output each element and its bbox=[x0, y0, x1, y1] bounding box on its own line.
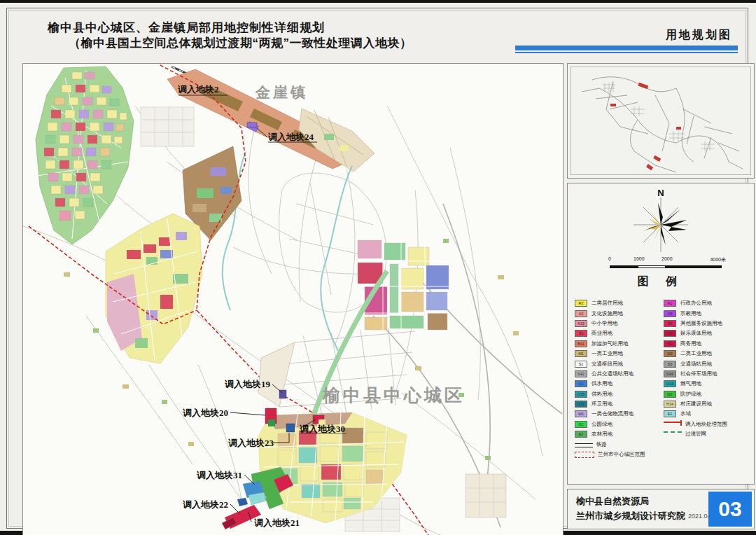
legend-item: U13燃气用地 bbox=[664, 379, 751, 389]
legend-item-label: 农林用地 bbox=[592, 431, 612, 438]
red-line-symbol bbox=[664, 422, 682, 430]
legend-swatch: B9 bbox=[664, 320, 676, 327]
legend-item-label: 供热用地 bbox=[592, 391, 612, 398]
legend-swatch: U22 bbox=[575, 401, 587, 408]
legend-swatch: B2 bbox=[664, 340, 676, 347]
legend-item-label: 商务用地 bbox=[680, 340, 701, 347]
legend-item: S3交通场站用地 bbox=[664, 359, 751, 368]
legend-item: B41加油加气站用地 bbox=[575, 339, 662, 349]
legend-item-label: 其他服务设施用地 bbox=[680, 320, 722, 327]
org-name-2: 兰州市城乡规划设计研究院 bbox=[576, 510, 685, 522]
page-title-line1: 榆中县中心城区、金崖镇局部用地控制性详细规划 bbox=[48, 20, 325, 36]
legend-item: A1行政办公用地 bbox=[664, 298, 751, 308]
legend-swatch: B41 bbox=[575, 340, 587, 347]
scale-bar-line bbox=[610, 265, 722, 268]
scale-bar: 0 1000 2000 4000米 bbox=[610, 256, 722, 272]
legend-item-label: 一类工业用地 bbox=[592, 350, 623, 357]
sheet: 榆中县中心城区、金崖镇局部用地控制性详细规划 （榆中县国土空间总体规划过渡期“两… bbox=[0, 0, 756, 535]
scale-tick-3: 4000米 bbox=[710, 256, 726, 263]
green-dash-symbol bbox=[664, 431, 682, 440]
legend-item-label: 加油加气站用地 bbox=[592, 340, 629, 347]
legend-item-label: 水域 bbox=[680, 410, 691, 417]
legend-item-label: 公园绿地 bbox=[592, 421, 612, 428]
legend-panel: N bbox=[567, 183, 755, 485]
title-block: 榆中县自然资源局 兰州市城乡规划设计研究院 2021.04 03 bbox=[567, 489, 755, 529]
legend-item-label: 社会停车场用地 bbox=[680, 370, 718, 377]
legend-swatch: G2 bbox=[664, 391, 676, 398]
plot2-label: 调入地块2 bbox=[177, 84, 219, 95]
boundary-symbol bbox=[575, 452, 594, 458]
legend-swatch: M1 bbox=[575, 350, 587, 357]
legend-swatch: U1 bbox=[575, 380, 587, 387]
legend-swatch: A1 bbox=[664, 300, 676, 307]
plot21-label: 调入地块21 bbox=[253, 517, 300, 528]
scale-bar-segment bbox=[638, 265, 666, 268]
legend-swatch: A2 bbox=[575, 310, 587, 317]
jinya-town-label: 金崖镇 bbox=[255, 84, 308, 101]
legend-swatch: B3 bbox=[664, 330, 676, 337]
legend-swatch: S1 bbox=[575, 361, 587, 368]
legend-swatch: U15 bbox=[575, 391, 587, 398]
scale-tick-0: 0 bbox=[608, 256, 611, 261]
legend-item-label: 防护绿地 bbox=[680, 391, 701, 398]
legend-item: W1一类仓储物流用地 bbox=[575, 409, 662, 419]
legend-swatch: S42 bbox=[575, 370, 587, 377]
central-city-label: 榆中县中心城区 bbox=[322, 386, 465, 405]
plot30-label: 调入地块30 bbox=[299, 424, 345, 434]
legend-item: B2商务用地 bbox=[664, 339, 751, 349]
legend-item: B1商业用地 bbox=[575, 328, 662, 338]
legend-swatch: E2 bbox=[575, 431, 587, 438]
org-name-1: 榆中县自然资源局 bbox=[576, 495, 649, 508]
legend-item: S44社会停车场用地 bbox=[664, 369, 751, 379]
legend-item: A2文化设施用地 bbox=[575, 308, 662, 318]
legend-item-label: 行政办公用地 bbox=[680, 300, 712, 307]
plot20-label: 调入地块20 bbox=[182, 408, 228, 418]
legend-item-label: 中小学用地 bbox=[592, 320, 618, 327]
compass: N bbox=[568, 186, 754, 259]
accent-bar bbox=[515, 46, 738, 50]
legend-item-label: 过境管网 bbox=[685, 431, 706, 438]
legend-swatch: A33 bbox=[575, 320, 587, 327]
plot24-label: 调入地块24 bbox=[267, 132, 314, 142]
legend-title: 图 例 bbox=[568, 275, 754, 289]
legend-item-label: 调入地块处理范围 bbox=[685, 421, 727, 428]
main-map-panel: 金崖镇 榆中县中心城区 调入地块2 调入地块24 调入地块19 调入地块20 调… bbox=[22, 63, 564, 535]
plot22-label: 调入地块22 bbox=[182, 499, 228, 510]
legend-swatch: M2 bbox=[664, 350, 676, 357]
legend-item: R2二类居住用地 bbox=[575, 298, 662, 308]
legend-item: G1公园绿地 bbox=[575, 419, 662, 429]
legend-col-left: R2二类居住用地A2文化设施用地A33中小学用地B1商业用地B41加油加气站用地… bbox=[575, 298, 662, 459]
legend-item: B3娱乐康体用地 bbox=[664, 328, 751, 338]
date: 2021.04 bbox=[688, 513, 711, 520]
legend-item-label: 铁路 bbox=[596, 441, 607, 448]
outer-frame: 榆中县中心城区、金崖镇局部用地控制性详细规划 （榆中县国土空间总体规划过渡期“两… bbox=[6, 8, 748, 529]
legend-item-label: 二类工业用地 bbox=[680, 350, 712, 357]
accent-bar-thin bbox=[515, 52, 738, 53]
legend-item: S1交通枢纽用地 bbox=[575, 359, 662, 368]
legend-item: M2二类工业用地 bbox=[664, 349, 751, 359]
legend-item-label: 一类仓储物流用地 bbox=[592, 410, 634, 417]
legend-swatch: B1 bbox=[575, 330, 587, 337]
locator-map bbox=[571, 67, 752, 176]
plot31-label: 调入地块31 bbox=[196, 470, 242, 480]
locator-highlights bbox=[610, 83, 681, 171]
legend-item: E2农林用地 bbox=[575, 429, 662, 439]
legend-item-label: 公共交通场站用地 bbox=[592, 370, 634, 377]
legend-line-item: 兰州市中心城区范围 bbox=[575, 450, 662, 459]
locator-panel bbox=[567, 63, 755, 179]
legend-item-label: 宗教用地 bbox=[680, 310, 701, 317]
compass-north-label: N bbox=[657, 188, 664, 198]
legend-swatch: U13 bbox=[664, 380, 676, 387]
legend-swatch: S44 bbox=[664, 370, 676, 377]
legend-item-label: 交通场站用地 bbox=[680, 361, 712, 368]
legend-item-label: 商业用地 bbox=[592, 330, 612, 337]
legend-line-item: 过境管网 bbox=[664, 429, 751, 439]
plot19-label: 调入地块19 bbox=[224, 379, 271, 389]
legend-item: G2防护绿地 bbox=[664, 389, 751, 399]
legend-item-label: 二类居住用地 bbox=[592, 300, 623, 307]
legend-item: U1供水用地 bbox=[575, 379, 662, 389]
legend-item-label: 交通枢纽用地 bbox=[592, 361, 623, 368]
legend-swatch: H14 bbox=[664, 401, 676, 408]
legend-item: S42公共交通场站用地 bbox=[575, 369, 662, 379]
scale-tick-1: 1000 bbox=[634, 256, 645, 261]
